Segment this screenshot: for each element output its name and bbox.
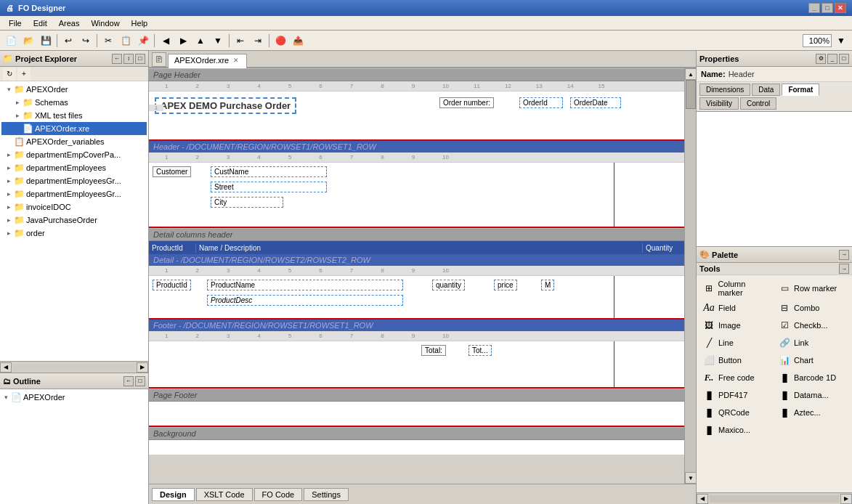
tab-settings[interactable]: Settings: [304, 488, 349, 501]
props-tab-control[interactable]: Control: [740, 97, 776, 110]
tool-image[interactable]: 🖼 Image: [699, 317, 774, 333]
palette-arrow-button[interactable]: →: [839, 250, 849, 260]
tree-item-javapo[interactable]: ▸ 📁 JavaPurchaseOrder: [1, 214, 147, 227]
tool-barcode1d[interactable]: ▐▌ Barcode 1D: [775, 370, 849, 386]
explorer-new-button[interactable]: +: [17, 68, 31, 81]
tool-combo[interactable]: ⊟ Combo: [775, 300, 849, 316]
tree-item-apexorder-xre[interactable]: 📄 APEXOrder.xre: [1, 122, 147, 135]
props-tab-visibility[interactable]: Visibility: [699, 97, 739, 110]
tree-item-schemas[interactable]: ▸ 📁 Schemas: [1, 96, 147, 109]
undo-button[interactable]: ↩: [60, 33, 76, 49]
tree-item-deptempcover[interactable]: ▸ 📁 departmentEmpCoverPa...: [1, 148, 147, 161]
new-button[interactable]: 📄: [3, 33, 19, 49]
tree-scroll-left[interactable]: ◀: [0, 362, 12, 373]
tree-toggle-deptempgr2[interactable]: ▸: [4, 190, 13, 198]
explorer-close-button[interactable]: □: [135, 54, 145, 64]
open-button[interactable]: 📂: [20, 33, 36, 49]
preview-button[interactable]: 🔴: [272, 33, 288, 49]
designer-scroll[interactable]: Page Header 123456789101112131415 APEX D…: [149, 68, 696, 484]
tool-column-marker[interactable]: ⊞ Column marker: [699, 278, 774, 298]
props-tab-dimensions[interactable]: Dimensions: [699, 84, 750, 96]
tab-design[interactable]: Design: [152, 488, 195, 501]
tree-item-apexorder-vars[interactable]: 📋 APEXOrder_variables: [1, 135, 147, 148]
tree-toggle-deptemp[interactable]: ▸: [4, 164, 13, 171]
props-minimize-button[interactable]: _: [827, 54, 837, 64]
copy-button[interactable]: 📋: [118, 33, 134, 49]
tool-checkbox[interactable]: ☑ Checkb...: [775, 317, 849, 333]
tree-toggle-schemas[interactable]: ▸: [13, 99, 22, 106]
tool-chart[interactable]: 📊 Chart: [775, 352, 849, 368]
tool-link[interactable]: 🔗 Link: [775, 335, 849, 351]
cut-button[interactable]: ✂: [100, 33, 116, 49]
menu-edit[interactable]: Edit: [28, 17, 53, 29]
align-left-button[interactable]: ⇤: [232, 33, 248, 49]
tree-toggle-deptempgr1[interactable]: ▸: [4, 177, 13, 184]
outline-close-button[interactable]: □: [135, 376, 145, 386]
outline-item-apex[interactable]: ▾ 📄 APEXOrder: [1, 391, 147, 404]
tool-row-marker[interactable]: ▭ Row marker: [775, 278, 849, 298]
menu-areas[interactable]: Areas: [53, 17, 86, 29]
tab-xslt-code[interactable]: XSLT Code: [196, 488, 253, 501]
align-right-button[interactable]: ⇥: [250, 33, 266, 49]
explorer-collapse-button[interactable]: ←: [112, 54, 122, 64]
tool-pdf417[interactable]: ▐▌ PDF417: [699, 387, 774, 403]
maximize-button[interactable]: □: [821, 3, 833, 13]
zoom-input[interactable]: [803, 34, 832, 47]
tree-toggle-javapo[interactable]: ▸: [4, 216, 13, 224]
tree-toggle-invoicedoc[interactable]: ▸: [4, 203, 13, 211]
close-button[interactable]: ✕: [835, 3, 846, 13]
tree-toggle-apex[interactable]: ▾: [4, 86, 13, 93]
tool-button[interactable]: ⬜ Button: [699, 352, 774, 368]
redo-button[interactable]: ↪: [78, 33, 94, 49]
tab-close-apexorder[interactable]: ✕: [232, 56, 240, 65]
tool-datamatrix[interactable]: ▐▌ Datama...: [775, 387, 849, 403]
move-left-button[interactable]: ◀: [158, 33, 174, 49]
outline-collapse-button[interactable]: ←: [123, 376, 134, 386]
tools-scroll-left[interactable]: ◀: [697, 494, 708, 504]
tool-qrcode[interactable]: ▐▌ QRCode: [699, 405, 774, 420]
tree-toggle-xmltest[interactable]: ▸: [13, 112, 22, 119]
explorer-refresh-button[interactable]: ↻: [3, 68, 16, 81]
tree-item-deptemp[interactable]: ▸ 📁 departmentEmployees: [1, 161, 147, 174]
menu-file[interactable]: File: [3, 17, 28, 29]
tab-apexorder[interactable]: APEXOrder.xre ✕: [168, 54, 247, 68]
move-up-button[interactable]: ▲: [192, 33, 208, 49]
zoom-dropdown-button[interactable]: ▼: [833, 33, 849, 49]
tree-item-deptempgr1[interactable]: ▸ 📁 departmentEmployeesGr...: [1, 174, 147, 187]
move-down-button[interactable]: ▼: [210, 33, 226, 49]
tool-field[interactable]: Aa Field: [699, 300, 774, 316]
tool-aztec[interactable]: ▐▌ Aztec...: [775, 405, 849, 420]
menu-window[interactable]: Window: [85, 17, 125, 29]
tree-toggle-deptempcover[interactable]: ▸: [4, 151, 13, 158]
vscrollbar[interactable]: ▲ ▼: [684, 68, 696, 484]
tree-item-invoicedoc[interactable]: ▸ 📁 invoiceIDOC: [1, 200, 147, 214]
export-button[interactable]: 📤: [290, 33, 306, 49]
tools-arrow-button[interactable]: →: [839, 264, 849, 274]
move-right-button[interactable]: ▶: [175, 33, 191, 49]
menu-help[interactable]: Help: [126, 17, 154, 29]
vscroll-down[interactable]: ▼: [685, 472, 696, 484]
tab-fo-code[interactable]: FO Code: [254, 488, 303, 501]
props-tab-data[interactable]: Data: [752, 84, 780, 96]
props-tab-format[interactable]: Format: [782, 84, 819, 96]
tool-free-code[interactable]: F.. Free code: [699, 370, 774, 386]
props-maximize-button[interactable]: □: [839, 54, 849, 64]
tools-scroll-right[interactable]: ▶: [840, 494, 852, 504]
tree-item-order[interactable]: ▸ 📁 order: [1, 227, 147, 240]
props-config-button[interactable]: ⚙: [816, 54, 826, 64]
minimize-button[interactable]: _: [808, 3, 820, 13]
tree-item-xmltest[interactable]: ▸ 📁 XML test files: [1, 109, 147, 122]
tree-toggle-order[interactable]: ▸: [4, 229, 13, 237]
explorer-expand-button[interactable]: ↕: [123, 54, 134, 64]
tool-maxico[interactable]: ▐▌ Maxico...: [699, 422, 774, 438]
tree-item-apex[interactable]: ▾ 📁 APEXOrder: [1, 83, 147, 96]
outline-toggle[interactable]: ▾: [1, 394, 10, 401]
save-button[interactable]: 💾: [38, 33, 54, 49]
tool-label-pdf417: PDF417: [718, 391, 747, 399]
tool-line[interactable]: ╱ Line: [699, 335, 774, 351]
paste-button[interactable]: 📌: [135, 33, 151, 49]
vscroll-thumb[interactable]: [686, 80, 696, 109]
tree-scroll-right[interactable]: ▶: [137, 362, 148, 373]
tree-item-deptempgr2[interactable]: ▸ 📁 departmentEmployeesGr...: [1, 187, 147, 200]
vscroll-up[interactable]: ▲: [685, 68, 696, 80]
